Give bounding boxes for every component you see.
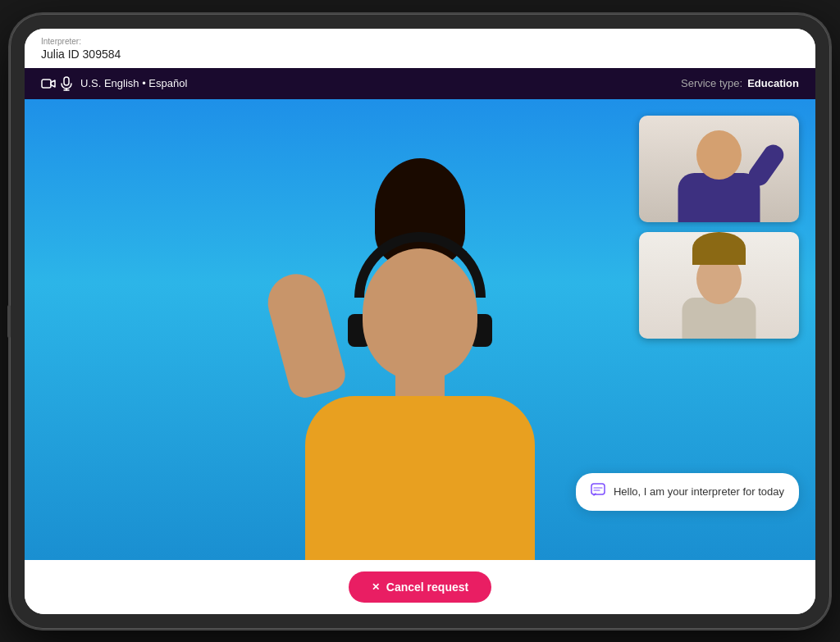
- cancel-x-icon: ✕: [372, 581, 380, 593]
- woman-figure: [639, 232, 799, 339]
- interpreter-video: Hello, I am your interpreter for today: [25, 99, 815, 560]
- tablet-frame: Interpreter: Julia ID 309584: [10, 14, 830, 629]
- head: [363, 248, 477, 380]
- svg-rect-1: [64, 77, 69, 85]
- main-video-area: Hello, I am your interpreter for today: [25, 99, 815, 560]
- chat-message: Hello, I am your interpreter for today: [614, 485, 784, 498]
- info-bar: Interpreter: Julia ID 309584: [25, 29, 815, 68]
- man-arm: [744, 140, 787, 189]
- woman-hair: [692, 232, 746, 265]
- raised-hand: [262, 267, 349, 401]
- side-notch: [7, 305, 11, 338]
- video-tile-woman: [639, 232, 799, 339]
- interpreter-id: Julia ID 309584: [41, 48, 121, 61]
- control-bar-left: U.S. English • Español: [41, 76, 187, 91]
- cancel-button-label: Cancel request: [386, 581, 468, 594]
- video-tiles: [639, 116, 799, 339]
- svg-rect-4: [591, 484, 605, 494]
- tablet-screen: Interpreter: Julia ID 309584: [25, 29, 815, 614]
- service-type-label: Service type:: [681, 77, 742, 89]
- man-head: [696, 130, 742, 180]
- interpreter-label: Interpreter:: [41, 37, 799, 46]
- shirt: [305, 396, 535, 560]
- media-icons: [41, 76, 72, 91]
- camera-icon[interactable]: [41, 78, 56, 89]
- person-container: [248, 101, 592, 560]
- man-figure: [639, 116, 799, 222]
- video-tile-man: [639, 116, 799, 222]
- bottom-bar: ✕ Cancel request: [25, 560, 815, 614]
- man-body: [678, 173, 760, 222]
- chat-bubble: Hello, I am your interpreter for today: [576, 473, 799, 511]
- service-type-value: Education: [747, 77, 799, 89]
- languages-label: U.S. English • Español: [80, 77, 187, 89]
- cancel-request-button[interactable]: ✕ Cancel request: [349, 571, 491, 603]
- svg-rect-0: [42, 80, 51, 88]
- control-bar-right: Service type: Education: [681, 77, 799, 89]
- microphone-icon[interactable]: [61, 76, 72, 91]
- chat-icon: [591, 483, 605, 501]
- interpreter-figure: [248, 101, 592, 560]
- control-bar: U.S. English • Español Service type: Edu…: [25, 68, 815, 99]
